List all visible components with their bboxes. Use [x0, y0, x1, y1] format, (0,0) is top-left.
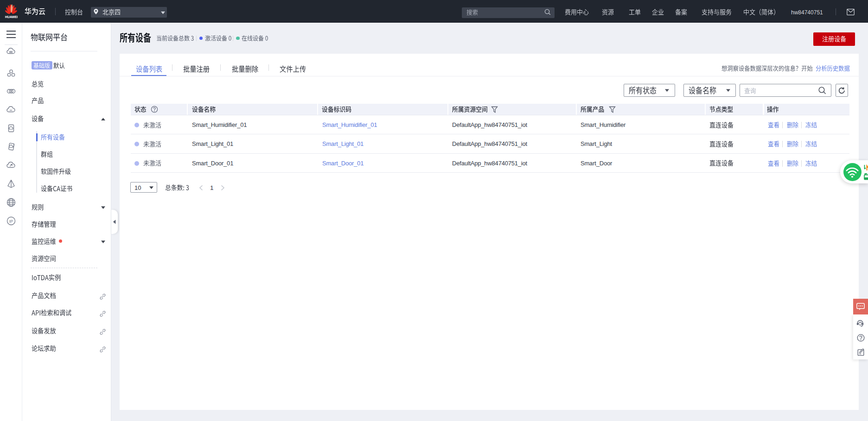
svg-text:HUAWEI: HUAWEI [5, 15, 18, 19]
svg-text:IP: IP [9, 219, 13, 224]
